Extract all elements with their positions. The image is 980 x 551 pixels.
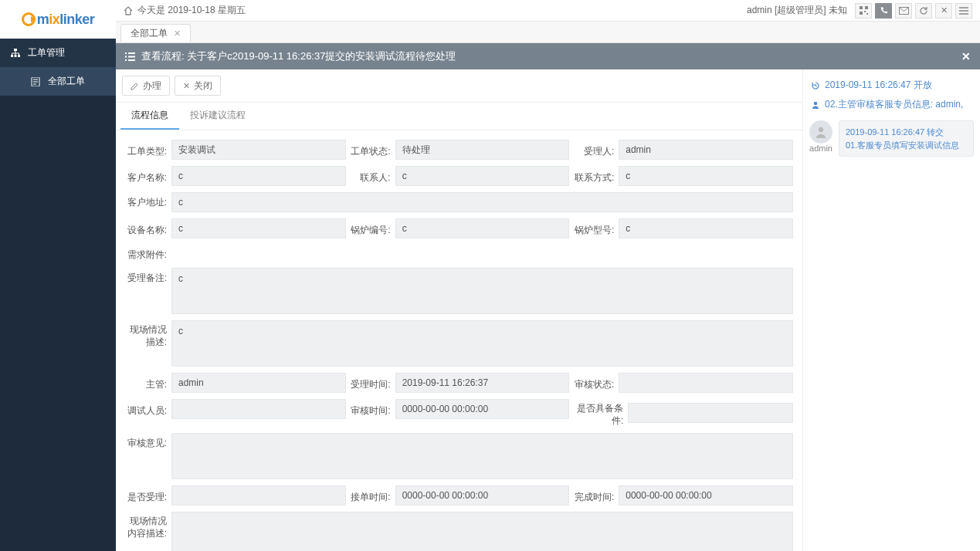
svg-rect-1 (11, 55, 13, 57)
menu-icon[interactable] (955, 3, 972, 19)
subtab-complaint[interactable]: 投诉建议流程 (179, 103, 256, 130)
subtabs: 流程信息 投诉建议流程 (116, 103, 802, 130)
tabbar: 全部工单 ✕ (116, 22, 980, 43)
close-icon[interactable]: ✕ (935, 3, 952, 19)
lbl-remark: 受理备注: (125, 268, 171, 285)
timeline-card-text: 01.客服专员填写安装调试信息 (846, 139, 967, 152)
topbar: 今天是 2019-10-18 星期五 admin [超级管理员] 未知 ✕ (116, 0, 980, 22)
qrcode-icon[interactable] (855, 3, 872, 19)
panel-title: 查看流程: 关于客户c2019-09-11 16:26:37提交的安装调试流程待… (141, 49, 456, 63)
lbl-contact: 联系人: (349, 167, 395, 184)
val-type: 安装调试 (171, 140, 346, 160)
process-button-label: 办理 (143, 79, 161, 93)
refresh-icon[interactable] (915, 3, 932, 19)
nav-parent-ticket-mgmt[interactable]: 工单管理 (0, 39, 116, 67)
svg-rect-17 (125, 52, 127, 54)
val-audit-opinion (171, 433, 793, 479)
val-accept-time: 2019-09-11 16:26:37 (395, 373, 570, 393)
topbar-right: admin [超级管理员] 未知 ✕ (747, 3, 972, 19)
document-icon (31, 77, 42, 86)
tab-all-tickets[interactable]: 全部工单 ✕ (120, 24, 191, 42)
panel-close-icon[interactable]: ✕ (961, 50, 971, 63)
val-manager: admin (171, 373, 346, 393)
sidebar: m ix linker 工单管理 全部工单 (0, 0, 116, 551)
val-assignee: admin (619, 140, 793, 160)
val-scene-desc: c (171, 320, 793, 367)
logo-text-2: ix (49, 12, 59, 28)
topbar-date: 今天是 2019-10-18 星期五 (137, 4, 246, 17)
timeline-bubble: 2019-09-11 16:26:47 转交 01.客服专员填写安装调试信息 (839, 120, 974, 157)
svg-rect-18 (128, 52, 135, 54)
val-boiler-no: c (395, 218, 570, 238)
timeline-card-user: admin (809, 144, 832, 153)
sitemap-icon (11, 49, 22, 58)
lbl-audit-status: 审核状态: (572, 374, 619, 391)
timeline-open-text: 2019-09-11 16:26:47 开放 (825, 79, 932, 92)
lbl-has-cond: 是否具备条件: (572, 399, 628, 427)
edit-icon (131, 82, 139, 90)
val-contact: c (395, 166, 570, 186)
svg-point-23 (814, 101, 818, 105)
user-icon (811, 100, 825, 110)
lbl-status: 工单状态: (349, 141, 395, 158)
svg-rect-22 (128, 59, 135, 61)
mail-icon[interactable] (895, 3, 912, 19)
close-button-label: 关闭 (194, 79, 212, 93)
lbl-audit-opinion: 审核意见: (125, 433, 171, 450)
lbl-cust-name: 客户名称: (125, 167, 171, 184)
val-audit-time: 0000-00-00 00:00:00 (395, 399, 570, 419)
lbl-type: 工单类型: (125, 141, 171, 158)
val-receive-time: 0000-00-00 00:00:00 (395, 485, 570, 505)
lbl-boiler-no: 锅炉编号: (349, 220, 395, 237)
lbl-dev-name: 设备名称: (125, 220, 171, 237)
svg-rect-19 (125, 56, 127, 57)
phone-icon[interactable] (875, 3, 892, 19)
svg-rect-12 (866, 13, 868, 15)
lbl-finish-time: 完成时间: (572, 487, 619, 504)
lbl-is-accept: 是否受理: (125, 487, 171, 504)
toolbar: 办理 ✕ 关闭 (116, 69, 802, 103)
nav-child-label: 全部工单 (48, 75, 85, 88)
svg-rect-20 (128, 56, 135, 57)
lbl-audit-time: 审核时间: (349, 401, 395, 417)
val-remark: c (171, 268, 793, 314)
val-boiler-model: c (619, 218, 793, 238)
x-icon: ✕ (183, 81, 190, 91)
svg-rect-3 (18, 55, 20, 57)
val-finish-time: 0000-00-00 00:00:00 (619, 485, 793, 505)
val-status: 待处理 (395, 140, 570, 160)
process-button[interactable]: 办理 (122, 76, 170, 96)
lbl-accept-time: 受理时间: (349, 374, 395, 391)
main: 今天是 2019-10-18 星期五 admin [超级管理员] 未知 ✕ (116, 0, 980, 551)
val-tester (171, 399, 346, 419)
history-icon (811, 81, 825, 90)
val-has-cond (628, 403, 793, 423)
nav-child-all-tickets[interactable]: 全部工单 (0, 67, 116, 96)
tab-close-icon[interactable]: ✕ (174, 29, 181, 39)
timeline-card-time: 2019-09-11 16:26:47 转交 (846, 126, 967, 139)
lbl-cust-addr: 客户地址: (125, 192, 171, 209)
val-audit-status (619, 373, 793, 393)
val-cust-name: c (171, 166, 346, 186)
svg-rect-10 (860, 12, 863, 15)
lbl-assignee: 受理人: (572, 141, 619, 158)
lbl-tester: 调试人员: (125, 401, 171, 417)
lbl-attach: 需求附件: (125, 245, 171, 262)
logo-text-3: linker (59, 12, 94, 28)
close-button[interactable]: ✕ 关闭 (175, 76, 221, 96)
subtab-process-info[interactable]: 流程信息 (120, 103, 179, 130)
lbl-contact-way: 联系方式: (572, 167, 619, 184)
lbl-scene-desc: 现场情况描述: (125, 320, 171, 348)
logo-text-1: m (37, 12, 49, 28)
svg-rect-11 (864, 11, 866, 12)
topbar-user: admin [超级管理员] 未知 (747, 4, 847, 17)
svg-point-24 (819, 127, 823, 132)
list-icon (125, 52, 135, 61)
timeline-card: admin 2019-09-11 16:26:47 转交 01.客服专员填写安装… (809, 120, 974, 157)
panel-title-bar: 查看流程: 关于客户c2019-09-11 16:26:37提交的安装调试流程待… (116, 43, 980, 69)
timeline-step-text: 02.主管审核客服专员信息: admin, (825, 98, 963, 111)
avatar-icon (809, 120, 832, 144)
lbl-boiler-model: 锅炉型号: (572, 220, 619, 237)
form-body[interactable]: 工单类型:安装调试 工单状态:待处理 受理人:admin 客户名称:c 联系人:… (116, 130, 802, 551)
svg-rect-2 (15, 55, 17, 57)
